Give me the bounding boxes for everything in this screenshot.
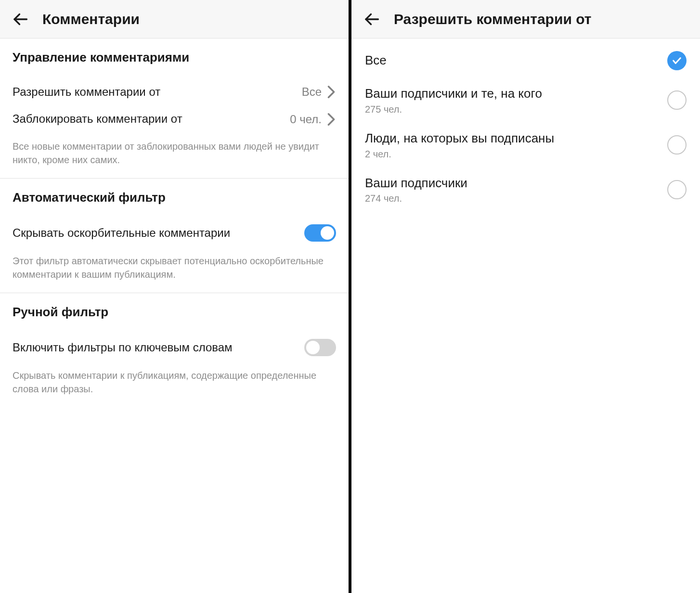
chevron-right-icon <box>326 87 336 97</box>
radio-unselected-icon <box>667 90 687 110</box>
radio-option-following[interactable]: Люди, на которых вы подписаны 2 чел. <box>351 123 700 168</box>
section-controls: Управление комментариями Разрешить комме… <box>0 39 349 179</box>
radio-label: Все <box>365 52 667 69</box>
row-block-comments[interactable]: Заблокировать комментарии от 0 чел. <box>13 105 336 132</box>
comments-settings-pane: Комментарии Управление комментариями Раз… <box>0 0 351 593</box>
row-allow-label: Разрешить комментарии от <box>13 84 302 100</box>
section-auto-filter: Автоматический фильтр Скрывать оскорбите… <box>0 179 349 293</box>
page-title-right: Разрешить комментарии от <box>394 11 591 27</box>
radio-option-followers[interactable]: Ваши подписчики 274 чел. <box>351 168 700 212</box>
row-block-label: Заблокировать комментарии от <box>13 111 290 127</box>
toggle-thumb <box>321 226 334 240</box>
radio-sublabel: 275 чел. <box>365 104 667 115</box>
manual-help-text: Скрывать комментарии к публикациям, соде… <box>13 369 336 396</box>
header-right: Разрешить комментарии от <box>351 0 700 39</box>
radio-label: Ваши подписчики <box>365 175 667 192</box>
section-manual-filter: Ручной фильтр Включить фильтры по ключев… <box>0 293 349 407</box>
radio-label: Ваши подписчики и те, на кого <box>365 86 667 102</box>
chevron-right-icon <box>326 115 336 124</box>
row-allow-comments[interactable]: Разрешить комментарии от Все <box>13 78 336 105</box>
header-left: Комментарии <box>0 0 349 39</box>
section-controls-title: Управление комментариями <box>13 50 336 65</box>
radio-unselected-icon <box>667 135 687 155</box>
controls-help-text: Все новые комментарии от заблокированных… <box>13 140 336 167</box>
radio-selected-icon <box>667 51 687 70</box>
toggle-hide-offensive[interactable] <box>304 224 336 242</box>
radio-unselected-icon <box>667 180 687 199</box>
radio-label: Люди, на которых вы подписаны <box>365 130 667 147</box>
row-hide-label: Скрывать оскорбительные комментарии <box>13 225 304 241</box>
page-title-left: Комментарии <box>42 11 140 27</box>
section-auto-title: Автоматический фильтр <box>13 190 336 205</box>
auto-help-text: Этот фильтр автоматически скрывает потен… <box>13 254 336 281</box>
row-block-value: 0 чел. <box>290 113 322 126</box>
row-keyword-filter: Включить фильтры по ключевым словам <box>13 333 336 362</box>
back-arrow-icon[interactable] <box>363 11 380 28</box>
row-allow-value: Все <box>302 85 322 99</box>
back-arrow-icon[interactable] <box>12 11 29 28</box>
allow-comments-pane: Разрешить комментарии от Все Ваши подпис… <box>351 0 700 593</box>
section-manual-title: Ручной фильтр <box>13 305 336 320</box>
row-keyword-label: Включить фильтры по ключевым словам <box>13 340 304 355</box>
radio-option-all[interactable]: Все <box>351 43 700 78</box>
radio-sublabel: 2 чел. <box>365 149 667 160</box>
radio-option-followers-and-following[interactable]: Ваши подписчики и те, на кого 275 чел. <box>351 78 700 123</box>
row-hide-offensive: Скрывать оскорбительные комментарии <box>13 219 336 247</box>
settings-body: Управление комментариями Разрешить комме… <box>0 39 349 593</box>
toggle-thumb <box>306 341 320 354</box>
toggle-keyword-filter[interactable] <box>304 339 336 356</box>
radio-option-list: Все Ваши подписчики и те, на кого 275 че… <box>351 39 700 593</box>
radio-sublabel: 274 чел. <box>365 193 667 204</box>
